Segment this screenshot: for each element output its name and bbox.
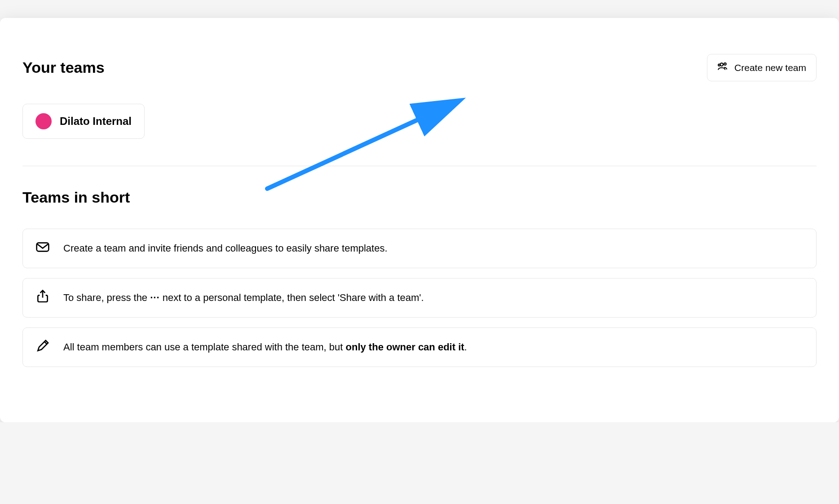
mail-icon [35, 240, 50, 257]
create-team-label: Create new team [734, 62, 806, 73]
team-group-icon [717, 61, 729, 75]
ellipsis-icon: ··· [150, 292, 159, 303]
page-title: Your teams [22, 59, 105, 76]
header-row: Your teams Create new team [22, 54, 817, 81]
teams-page-card: Your teams Create new team Dilato Intern… [0, 18, 839, 422]
svg-point-0 [720, 63, 724, 66]
pencil-icon [35, 339, 50, 356]
svg-point-2 [718, 64, 720, 66]
info-text: All team members can use a template shar… [63, 341, 804, 353]
teams-short-title: Teams in short [22, 189, 817, 206]
team-name: Dilato Internal [60, 115, 132, 128]
team-color-dot [35, 113, 52, 129]
section-divider [22, 166, 817, 166]
info-item: All team members can use a template shar… [22, 327, 817, 367]
info-text: Create a team and invite friends and col… [63, 243, 804, 254]
info-list: Create a team and invite friends and col… [22, 229, 817, 367]
teams-list: Dilato Internal [22, 104, 817, 139]
info-text: To share, press the ··· next to a person… [63, 292, 804, 304]
info-item: Create a team and invite friends and col… [22, 229, 817, 268]
share-icon [35, 289, 50, 306]
svg-point-1 [724, 63, 726, 65]
svg-rect-3 [37, 243, 49, 252]
info-item: To share, press the ··· next to a person… [22, 278, 817, 318]
team-item[interactable]: Dilato Internal [22, 104, 145, 139]
create-new-team-button[interactable]: Create new team [707, 54, 817, 81]
